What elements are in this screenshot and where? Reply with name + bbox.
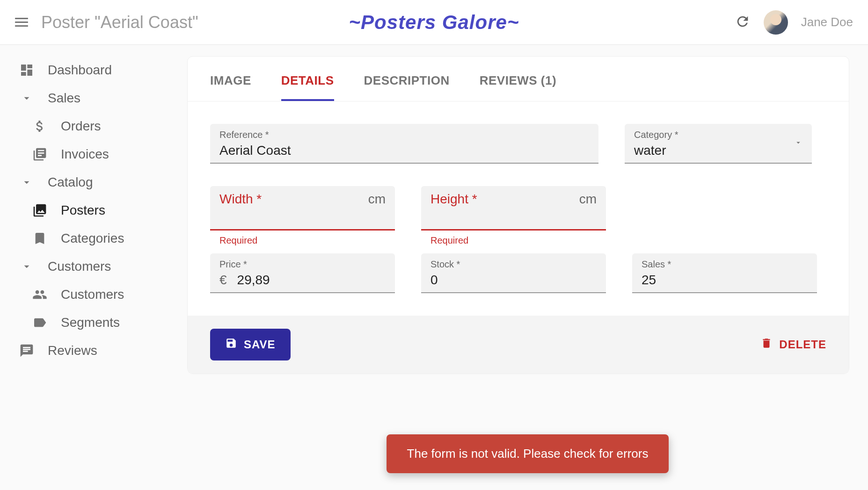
sidebar-item-label: Segments bbox=[61, 315, 170, 330]
main-content: IMAGE DETAILS DESCRIPTION REVIEWS (1) Re… bbox=[187, 45, 868, 490]
sidebar-item-customers[interactable]: Customers bbox=[0, 281, 187, 309]
price-input[interactable] bbox=[237, 273, 386, 288]
price-field[interactable]: Price * € bbox=[210, 253, 395, 293]
image-icon bbox=[30, 203, 50, 218]
reference-field[interactable]: Reference * bbox=[210, 124, 598, 164]
height-field[interactable]: Height * cm bbox=[421, 186, 606, 231]
chevron-down-icon bbox=[17, 92, 36, 104]
height-input[interactable] bbox=[430, 209, 597, 224]
bookmark-icon bbox=[30, 231, 50, 246]
username: Jane Doe bbox=[801, 15, 853, 29]
card-footer: SAVE DELETE bbox=[188, 316, 849, 374]
unit-suffix: cm bbox=[579, 192, 597, 207]
save-button[interactable]: SAVE bbox=[210, 329, 291, 360]
width-error: Required bbox=[210, 235, 395, 246]
sidebar-item-label: Categories bbox=[61, 231, 170, 246]
edit-card: IMAGE DETAILS DESCRIPTION REVIEWS (1) Re… bbox=[187, 56, 849, 374]
sidebar-item-label: Customers bbox=[48, 259, 170, 274]
category-select-value[interactable]: water bbox=[634, 143, 802, 158]
reference-input[interactable] bbox=[219, 143, 589, 158]
tabs: IMAGE DETAILS DESCRIPTION REVIEWS (1) bbox=[188, 57, 849, 101]
menu-icon[interactable] bbox=[15, 18, 28, 27]
tab-details[interactable]: DETAILS bbox=[281, 73, 334, 101]
sidebar-item-label: Invoices bbox=[61, 147, 170, 162]
sidebar-item-reviews[interactable]: Reviews bbox=[0, 337, 187, 365]
tag-icon bbox=[30, 315, 50, 330]
avatar[interactable] bbox=[764, 10, 788, 35]
dashboard-icon bbox=[17, 63, 36, 78]
dollar-icon bbox=[30, 119, 50, 134]
caret-down-icon bbox=[794, 138, 802, 149]
stock-input[interactable] bbox=[430, 273, 597, 288]
sidebar-item-label: Customers bbox=[61, 287, 170, 302]
sidebar-item-label: Posters bbox=[61, 203, 170, 218]
sidebar-item-label: Orders bbox=[61, 119, 170, 134]
sidebar-item-label: Dashboard bbox=[48, 63, 170, 78]
stock-field[interactable]: Stock * bbox=[421, 253, 606, 293]
sidebar: Dashboard Sales Orders Invoices Catalog bbox=[0, 45, 187, 490]
chevron-down-icon bbox=[17, 176, 36, 188]
sidebar-group-sales[interactable]: Sales bbox=[0, 84, 187, 112]
field-label: Stock * bbox=[430, 259, 597, 270]
tab-description[interactable]: DESCRIPTION bbox=[364, 73, 450, 101]
tab-reviews[interactable]: REVIEWS (1) bbox=[480, 73, 556, 101]
field-label: Category * bbox=[634, 130, 802, 140]
comment-icon bbox=[17, 343, 36, 358]
people-icon bbox=[30, 287, 50, 302]
save-label: SAVE bbox=[244, 338, 276, 351]
sidebar-item-invoices[interactable]: Invoices bbox=[0, 140, 187, 168]
sidebar-item-label: Catalog bbox=[48, 175, 170, 190]
tab-image[interactable]: IMAGE bbox=[210, 73, 251, 101]
sidebar-item-categories[interactable]: Categories bbox=[0, 224, 187, 252]
error-snackbar: The form is not valid. Please check for … bbox=[387, 434, 669, 473]
sidebar-item-posters[interactable]: Posters bbox=[0, 196, 187, 224]
unit-suffix: cm bbox=[368, 192, 386, 207]
save-icon bbox=[225, 337, 237, 352]
sales-input[interactable] bbox=[642, 273, 808, 288]
width-field[interactable]: Width * cm bbox=[210, 186, 395, 231]
brand-logo: ~Posters Galore~ bbox=[349, 11, 519, 34]
sidebar-item-segments[interactable]: Segments bbox=[0, 309, 187, 337]
refresh-icon[interactable] bbox=[735, 14, 751, 31]
sidebar-item-label: Reviews bbox=[48, 343, 170, 358]
width-input[interactable] bbox=[219, 209, 386, 224]
field-label: Width * bbox=[219, 192, 262, 207]
sidebar-item-orders[interactable]: Orders bbox=[0, 112, 187, 140]
field-label: Reference * bbox=[219, 130, 589, 140]
form: Reference * Category * water bbox=[188, 101, 849, 316]
page-title: Poster "Aerial Coast" bbox=[41, 13, 198, 32]
sidebar-group-customers[interactable]: Customers bbox=[0, 252, 187, 281]
category-field[interactable]: Category * water bbox=[625, 124, 812, 164]
delete-label: DELETE bbox=[779, 338, 826, 351]
currency-prefix: € bbox=[219, 273, 227, 288]
chevron-down-icon bbox=[17, 260, 36, 273]
sidebar-item-dashboard[interactable]: Dashboard bbox=[0, 56, 187, 84]
delete-button[interactable]: DELETE bbox=[760, 337, 826, 352]
invoice-icon bbox=[30, 147, 50, 162]
field-label: Price * bbox=[219, 259, 386, 270]
field-label: Height * bbox=[430, 192, 477, 207]
sidebar-item-label: Sales bbox=[48, 91, 170, 106]
sidebar-group-catalog[interactable]: Catalog bbox=[0, 168, 187, 196]
trash-icon bbox=[760, 337, 773, 352]
sales-field[interactable]: Sales * bbox=[632, 253, 817, 293]
field-label: Sales * bbox=[642, 259, 808, 270]
app-header: Poster "Aerial Coast" ~Posters Galore~ J… bbox=[0, 0, 868, 45]
height-error: Required bbox=[421, 235, 606, 246]
